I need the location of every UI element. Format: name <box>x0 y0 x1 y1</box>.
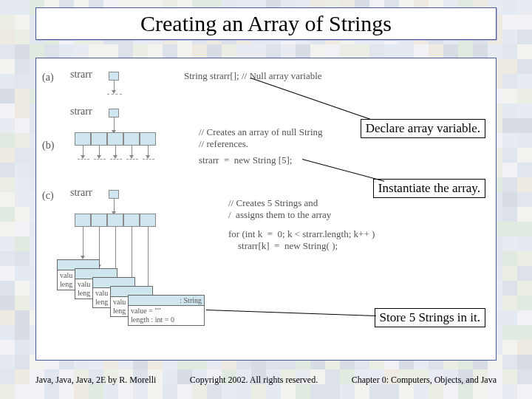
section-b-label: (b) <box>42 140 54 151</box>
footer-mid: Copyright 2002. All rights reserved. <box>190 375 318 386</box>
section-c-label: (c) <box>42 190 54 202</box>
ref-arrow-c <box>114 199 115 212</box>
footer: Java, Java, Java, 2E by R. Morelli Copyr… <box>35 375 497 386</box>
callout-store: Store 5 Strings in it. <box>375 308 485 327</box>
code-b-stmt: strarr = new String [5]; <box>199 154 292 166</box>
strarr-label-a: strarr <box>70 69 92 81</box>
b-d3 <box>126 159 138 160</box>
b-d2 <box>110 159 122 160</box>
code-c-comment: // Creates 5 Strings and / assigns them … <box>228 197 331 222</box>
code-a: String strarr[]; // Null array variable <box>184 70 322 82</box>
null-arrow-a <box>114 81 115 91</box>
b-d4 <box>143 159 154 160</box>
content-box: (a) strarr String strarr[]; // Null arra… <box>35 58 497 361</box>
obj-length: length : int = 0 <box>131 316 174 324</box>
line-declare <box>250 78 371 120</box>
b-d1 <box>94 159 106 160</box>
line-instantiate <box>302 159 384 182</box>
line-store <box>206 310 376 316</box>
b-null-4 <box>148 146 149 156</box>
callout-instantiate: Instantiate the array. <box>373 179 485 198</box>
null-dash-a <box>107 94 122 95</box>
ref-arrow-b <box>114 117 115 131</box>
obj-class: : String <box>129 296 204 306</box>
var-box-c <box>109 190 119 199</box>
footer-right: Chapter 0: Computers, Objects, and Java <box>352 375 497 386</box>
slide-title: Creating an Array of Strings <box>140 11 392 36</box>
c-ref-2 <box>115 227 116 274</box>
obj-value: value = "" <box>131 307 160 315</box>
footer-left: Java, Java, Java, 2E by R. Morelli <box>35 375 156 386</box>
b-null-3 <box>132 146 132 156</box>
callout-declare: Declare array variable. <box>361 119 485 138</box>
b-null-1 <box>99 146 100 156</box>
b-null-0 <box>83 146 83 156</box>
strarr-label-b: strarr <box>70 106 92 117</box>
var-box-a <box>109 72 119 81</box>
code-b-comment: // Creates an array of null String // re… <box>199 126 323 151</box>
code-c-loop: for (int k = 0; k < strarr.length; k++ )… <box>228 228 375 253</box>
c-ref-3 <box>132 227 132 283</box>
section-a-label: (a) <box>42 72 54 83</box>
array-row-b <box>75 132 156 146</box>
b-d0 <box>78 159 89 160</box>
c-ref-0 <box>83 227 83 256</box>
var-box-b <box>109 109 119 117</box>
strarr-label-c: strarr <box>70 187 92 199</box>
c-ref-4 <box>148 227 149 292</box>
b-null-2 <box>115 146 116 156</box>
obj-card-4: : String value = "" length : int = 0 <box>128 295 205 326</box>
slide-title-box: Creating an Array of Strings <box>35 7 497 40</box>
array-row-c <box>75 214 156 227</box>
